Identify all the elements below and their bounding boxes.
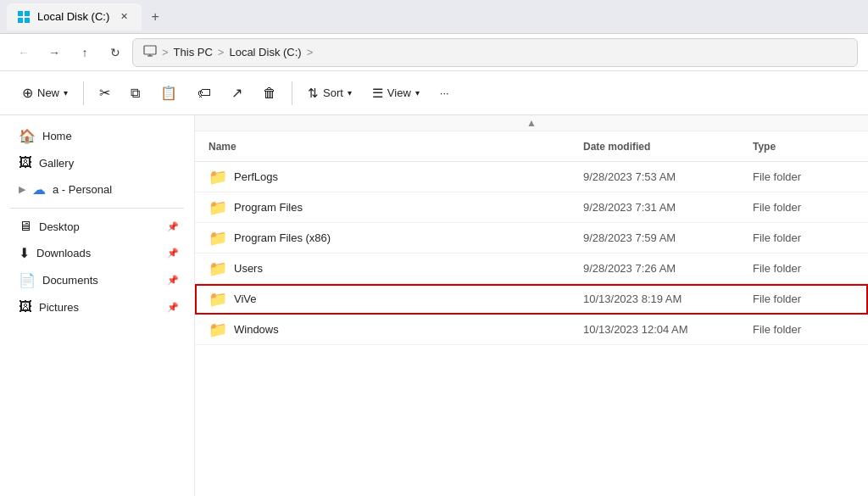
folder-icon: 📁 xyxy=(209,320,227,339)
delete-icon: 🗑 xyxy=(263,86,276,101)
column-header-row: Name Date modified Type xyxy=(195,131,868,162)
cut-icon: ✂ xyxy=(99,85,110,101)
title-bar: Local Disk (C:) ✕ + xyxy=(0,0,868,34)
delete-button[interactable]: 🗑 xyxy=(254,78,285,109)
documents-icon: 📄 xyxy=(19,272,36,288)
sort-icon: ⇅ xyxy=(308,86,319,101)
toolbar-separator-1 xyxy=(83,81,84,105)
sidebar-downloads-label: Downloads xyxy=(36,247,91,259)
file-name: Program Files xyxy=(234,201,583,214)
view-label: View xyxy=(387,86,411,99)
content-area: ▲ Name Date modified Type 📁 PerfLogs 9/2… xyxy=(195,115,868,496)
new-label: New xyxy=(37,86,59,99)
rename-button[interactable]: 🏷 xyxy=(189,78,220,109)
expand-icon: ▶ xyxy=(19,184,25,195)
table-row[interactable]: 📁 PerfLogs 9/28/2023 7:53 AM File folder xyxy=(195,162,868,192)
pictures-item-left: 🖼 Pictures xyxy=(19,299,79,315)
new-chevron-icon: ▾ xyxy=(64,88,68,98)
paste-button[interactable]: 📋 xyxy=(152,78,186,109)
sidebar-item-documents[interactable]: 📄 Documents 📌 xyxy=(5,267,189,293)
computer-icon xyxy=(143,44,157,60)
svg-rect-0 xyxy=(18,11,23,16)
sep2: > xyxy=(218,46,225,59)
collapse-button[interactable]: ▲ xyxy=(195,115,868,131)
sep3: > xyxy=(307,46,314,59)
share-icon: ↗ xyxy=(231,85,242,101)
toolbar: ⊕ New ▾ ✂ ⧉ 📋 🏷 ↗ 🗑 ⇅ Sort ▾ ☰ View ▾ ··… xyxy=(0,71,868,115)
folder-icon: 📁 xyxy=(209,259,227,278)
sidebar-divider xyxy=(10,208,184,209)
cut-button[interactable]: ✂ xyxy=(91,78,119,109)
copy-icon: ⧉ xyxy=(131,86,140,101)
svg-rect-2 xyxy=(18,18,23,23)
view-icon: ☰ xyxy=(372,86,383,101)
sidebar-item-desktop[interactable]: 🖥 Desktop 📌 xyxy=(5,214,189,239)
sidebar-item-gallery-label: Gallery xyxy=(39,157,74,170)
view-chevron-icon: ▾ xyxy=(415,88,420,98)
file-type: File folder xyxy=(753,262,854,275)
this-pc-label[interactable]: This PC xyxy=(174,46,213,59)
pictures-icon: 🖼 xyxy=(19,299,32,315)
up-button[interactable]: ↑ xyxy=(71,39,98,66)
plus-icon: ⊕ xyxy=(22,85,33,101)
local-disk-label[interactable]: Local Disk (C:) xyxy=(229,46,301,59)
active-tab[interactable]: Local Disk (C:) ✕ xyxy=(7,3,142,31)
sidebar-pictures-label: Pictures xyxy=(39,301,79,314)
sidebar-item-personal-label: a - Personal xyxy=(53,183,112,196)
col-date-header: Date modified xyxy=(583,141,753,153)
file-name: Users xyxy=(234,262,583,275)
documents-item-left: 📄 Documents xyxy=(19,272,98,288)
sidebar-item-downloads[interactable]: ⬇ Downloads 📌 xyxy=(5,240,189,266)
tab-close-button[interactable]: ✕ xyxy=(116,9,131,25)
address-box[interactable]: > This PC > Local Disk (C:) > xyxy=(132,38,858,67)
rename-icon: 🏷 xyxy=(198,86,211,101)
sidebar-item-gallery[interactable]: 🖼 Gallery xyxy=(5,150,189,176)
file-type: File folder xyxy=(753,201,854,214)
file-type: File folder xyxy=(753,170,854,183)
table-row[interactable]: 📁 Program Files (x86) 9/28/2023 7:59 AM … xyxy=(195,223,868,254)
view-button[interactable]: ☰ View ▾ xyxy=(364,78,428,109)
sort-button[interactable]: ⇅ Sort ▾ xyxy=(299,78,360,109)
gallery-icon: 🖼 xyxy=(19,155,32,170)
file-date: 10/13/2023 12:04 AM xyxy=(583,323,753,336)
file-date: 9/28/2023 7:53 AM xyxy=(583,170,753,183)
new-tab-button[interactable]: + xyxy=(142,3,169,31)
col-type-header: Type xyxy=(753,141,854,153)
folder-icon: 📁 xyxy=(209,290,227,309)
desktop-pin-icon: 📌 xyxy=(167,221,179,232)
table-row[interactable]: 📁 Program Files 9/28/2023 7:31 AM File f… xyxy=(195,192,868,223)
sidebar-item-home[interactable]: 🏠 Home xyxy=(5,123,189,149)
downloads-item-left: ⬇ Downloads xyxy=(19,245,91,261)
refresh-button[interactable]: ↻ xyxy=(102,39,129,66)
paste-icon: 📋 xyxy=(160,85,177,101)
downloads-icon: ⬇ xyxy=(19,245,30,261)
file-name: PerfLogs xyxy=(234,170,583,183)
file-name: ViVe xyxy=(234,293,583,305)
back-button[interactable]: ← xyxy=(10,39,37,66)
copy-button[interactable]: ⧉ xyxy=(122,78,148,109)
windows-icon xyxy=(17,10,31,24)
file-list: 📁 PerfLogs 9/28/2023 7:53 AM File folder… xyxy=(195,162,868,345)
sidebar: 🏠 Home 🖼 Gallery ▶ ☁ a - Personal 🖥 Desk… xyxy=(0,115,195,496)
sidebar-item-personal[interactable]: ▶ ☁ a - Personal xyxy=(5,176,189,203)
table-row[interactable]: 📁 ViVe 10/13/2023 8:19 AM File folder xyxy=(195,284,868,315)
folder-icon: 📁 xyxy=(209,168,227,187)
table-row[interactable]: 📁 Users 9/28/2023 7:26 AM File folder xyxy=(195,254,868,284)
sort-chevron-icon: ▾ xyxy=(348,88,352,98)
sidebar-item-pictures[interactable]: 🖼 Pictures 📌 xyxy=(5,294,189,320)
downloads-pin-icon: 📌 xyxy=(167,248,179,259)
share-button[interactable]: ↗ xyxy=(223,78,251,109)
file-date: 10/13/2023 8:19 AM xyxy=(583,293,753,305)
more-icon: ··· xyxy=(440,86,449,99)
col-name-header: Name xyxy=(209,141,583,153)
new-button[interactable]: ⊕ New ▾ xyxy=(14,78,76,109)
svg-rect-4 xyxy=(144,46,156,54)
sidebar-item-home-label: Home xyxy=(42,130,72,142)
table-row[interactable]: 📁 Windows 10/13/2023 12:04 AM File folde… xyxy=(195,315,868,345)
file-date: 9/28/2023 7:26 AM xyxy=(583,262,753,275)
desktop-icon: 🖥 xyxy=(19,219,32,234)
more-button[interactable]: ··· xyxy=(431,78,458,109)
svg-rect-3 xyxy=(25,18,30,23)
desktop-item-left: 🖥 Desktop xyxy=(19,219,80,234)
forward-button[interactable]: → xyxy=(41,39,68,66)
